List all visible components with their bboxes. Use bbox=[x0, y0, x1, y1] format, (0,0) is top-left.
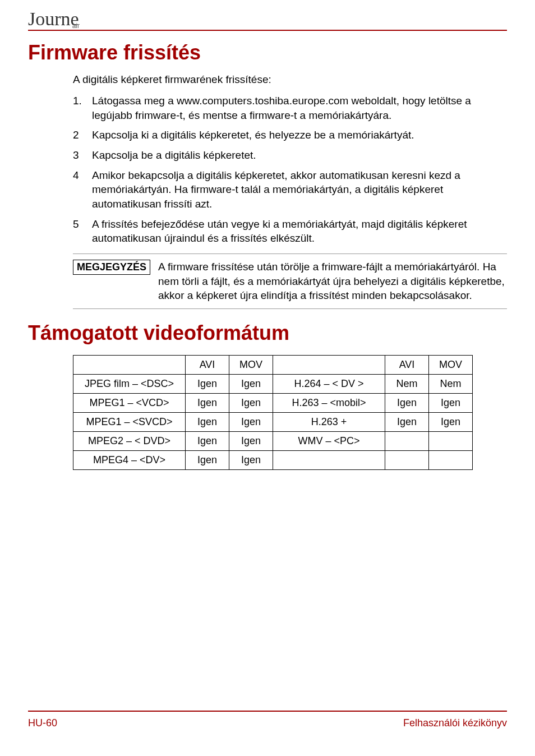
table-cell: Igen bbox=[229, 450, 273, 469]
table-cell: Igen bbox=[229, 393, 273, 412]
table-cell bbox=[429, 450, 473, 469]
table-cell: MPEG1 – <VCD> bbox=[73, 393, 186, 412]
step-text: Kapcsolja ki a digitális képkeretet, és … bbox=[92, 128, 414, 142]
firmware-intro: A digitális képkeret firmwarének frissít… bbox=[73, 73, 507, 86]
step-number: 4 bbox=[73, 168, 92, 211]
step-text: A frissítés befejeződése után vegye ki a… bbox=[92, 217, 507, 246]
table-cell: JPEG film – <DSC> bbox=[73, 374, 186, 393]
table-cell bbox=[429, 431, 473, 450]
table-cell: Nem bbox=[385, 374, 429, 393]
step-text: Amikor bekapcsolja a digitális képkerete… bbox=[92, 168, 507, 211]
step-number: 2 bbox=[73, 128, 92, 142]
table-cell: WMV – <PC> bbox=[273, 431, 385, 450]
table-cell: Igen bbox=[186, 374, 229, 393]
table-cell: Igen bbox=[229, 431, 273, 450]
section-title-videoformat: Támogatott videoformátum bbox=[28, 321, 507, 345]
page-header: Journe air bbox=[28, 11, 507, 31]
table-cell: MPEG4 – <DV> bbox=[73, 450, 186, 469]
logo-sub: air bbox=[72, 22, 80, 30]
table-cell: Igen bbox=[229, 412, 273, 431]
step-item: 2Kapcsolja ki a digitális képkeretet, és… bbox=[73, 128, 507, 142]
note-label: MEGJEGYZÉS bbox=[73, 260, 150, 275]
table-row: JPEG film – <DSC> Igen Igen H.264 – < DV… bbox=[73, 374, 473, 393]
table-header: MOV bbox=[229, 355, 273, 374]
table-row: MPEG2 – < DVD> Igen Igen WMV – <PC> bbox=[73, 431, 473, 450]
table-cell: Igen bbox=[186, 393, 229, 412]
footer-manual-title: Felhasználói kézikönyv bbox=[403, 717, 507, 729]
table-cell: Igen bbox=[385, 412, 429, 431]
table-cell: Igen bbox=[429, 412, 473, 431]
step-number: 5 bbox=[73, 217, 92, 246]
table-cell bbox=[385, 431, 429, 450]
table-row: MPEG4 – <DV> Igen Igen bbox=[73, 450, 473, 469]
table-cell bbox=[273, 450, 385, 469]
table-cell: Igen bbox=[186, 450, 229, 469]
step-item: 5A frissítés befejeződése után vegye ki … bbox=[73, 217, 507, 246]
table-header: AVI bbox=[186, 355, 229, 374]
table-row: MPEG1 – <VCD> Igen Igen H.263 – <mobil> … bbox=[73, 393, 473, 412]
table-header: AVI bbox=[385, 355, 429, 374]
table-header-row: AVI MOV AVI MOV bbox=[73, 355, 473, 374]
table-cell: H.264 – < DV > bbox=[273, 374, 385, 393]
table-cell: Igen bbox=[186, 412, 229, 431]
table-row: MPEG1 – <SVCD> Igen Igen H.263 + Igen Ig… bbox=[73, 412, 473, 431]
note-text: A firmware frissítése után törölje a fri… bbox=[158, 260, 507, 303]
step-number: 1. bbox=[73, 94, 92, 122]
table-cell: Igen bbox=[186, 431, 229, 450]
page-footer: HU-60 Felhasználói kézikönyv bbox=[28, 711, 507, 729]
logo-main: Journe bbox=[28, 11, 79, 26]
firmware-steps: 1.Látogassa meg a www.computers.toshiba.… bbox=[73, 94, 507, 246]
video-format-table-wrap: AVI MOV AVI MOV JPEG film – <DSC> Igen I… bbox=[73, 355, 507, 470]
table-cell bbox=[385, 450, 429, 469]
note-block: MEGJEGYZÉS A firmware frissítése után tö… bbox=[73, 253, 507, 309]
section-title-firmware: Firmware frissítés bbox=[28, 41, 507, 64]
step-item: 1.Látogassa meg a www.computers.toshiba.… bbox=[73, 94, 507, 122]
table-header bbox=[73, 355, 186, 374]
table-header: MOV bbox=[429, 355, 473, 374]
step-item: 4Amikor bekapcsolja a digitális képkeret… bbox=[73, 168, 507, 211]
table-cell: Igen bbox=[429, 393, 473, 412]
table-cell: H.263 + bbox=[273, 412, 385, 431]
table-cell: Igen bbox=[385, 393, 429, 412]
step-item: 3Kapcsolja be a digitális képkeretet. bbox=[73, 148, 507, 163]
step-text: Kapcsolja be a digitális képkeretet. bbox=[92, 148, 256, 163]
table-cell: Nem bbox=[429, 374, 473, 393]
step-number: 3 bbox=[73, 148, 92, 163]
table-cell: MPEG2 – < DVD> bbox=[73, 431, 186, 450]
video-format-table: AVI MOV AVI MOV JPEG film – <DSC> Igen I… bbox=[73, 355, 473, 470]
step-text: Látogassa meg a www.computers.toshiba.eu… bbox=[92, 94, 507, 122]
footer-page-number: HU-60 bbox=[28, 717, 57, 729]
table-cell: Igen bbox=[229, 374, 273, 393]
table-header bbox=[273, 355, 385, 374]
table-cell: H.263 – <mobil> bbox=[273, 393, 385, 412]
table-cell: MPEG1 – <SVCD> bbox=[73, 412, 186, 431]
